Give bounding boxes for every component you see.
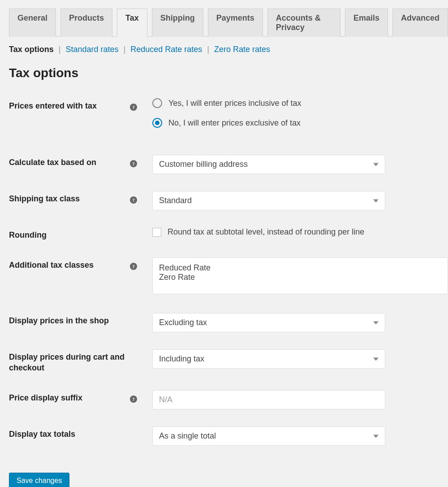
label-rounding: Rounding xyxy=(9,230,130,240)
tax-options-form: Prices entered with tax ? Yes, I will en… xyxy=(9,98,448,446)
tab-accounts-privacy[interactable]: Accounts & Privacy xyxy=(267,9,340,37)
label-display-totals: Display tax totals xyxy=(9,429,130,439)
tab-shipping[interactable]: Shipping xyxy=(152,9,203,37)
select-display-totals[interactable]: As a single total xyxy=(152,426,385,446)
label-display-cart: Display prices during cart and checkout xyxy=(9,352,130,373)
label-shipping-tax-class: Shipping tax class xyxy=(9,194,130,204)
tab-general[interactable]: General xyxy=(9,9,56,37)
select-display-shop[interactable]: Excluding tax xyxy=(152,313,385,332)
tab-payments[interactable]: Payments xyxy=(208,9,263,37)
checkbox-label: Round tax at subtotal level, instead of … xyxy=(168,227,364,237)
help-icon[interactable]: ? xyxy=(130,396,137,403)
chevron-down-icon xyxy=(373,199,379,202)
row-price-suffix: Price display suffix ? xyxy=(9,390,448,409)
radio-prices-inclusive[interactable]: Yes, I will enter prices inclusive of ta… xyxy=(152,98,448,108)
row-shipping-tax-class: Shipping tax class ? Standard xyxy=(9,191,448,210)
select-shipping-tax-class[interactable]: Standard xyxy=(152,191,385,210)
label-prices-with-tax: Prices entered with tax xyxy=(9,101,130,111)
chevron-down-icon xyxy=(373,357,379,361)
row-prices-with-tax: Prices entered with tax ? Yes, I will en… xyxy=(9,98,448,138)
checkbox-rounding[interactable]: Round tax at subtotal level, instead of … xyxy=(152,227,448,237)
chevron-down-icon xyxy=(373,435,379,438)
help-icon[interactable]: ? xyxy=(130,160,137,167)
radio-icon xyxy=(152,118,162,128)
row-display-cart: Display prices during cart and checkout … xyxy=(9,349,448,373)
radio-label: No, I will enter prices exclusive of tax xyxy=(168,118,301,128)
chevron-down-icon xyxy=(373,163,379,166)
radio-prices-exclusive[interactable]: No, I will enter prices exclusive of tax xyxy=(152,118,448,128)
help-icon[interactable]: ? xyxy=(130,263,137,270)
row-calc-based-on: Calculate tax based on ? Customer billin… xyxy=(9,155,448,174)
save-button[interactable]: Save changes xyxy=(9,473,69,487)
checkbox-icon xyxy=(152,228,161,237)
tab-advanced[interactable]: Advanced xyxy=(392,9,448,37)
select-value: Including tax xyxy=(159,354,204,363)
tab-tax[interactable]: Tax xyxy=(117,9,147,37)
subnav-separator: | xyxy=(59,45,61,54)
select-display-cart[interactable]: Including tax xyxy=(152,349,385,369)
settings-tabs: General Products Tax Shipping Payments A… xyxy=(9,8,448,37)
label-calc-based-on: Calculate tax based on xyxy=(9,157,130,168)
subnav-separator: | xyxy=(207,45,209,54)
label-display-shop: Display prices in the shop xyxy=(9,316,130,326)
subnav-separator: | xyxy=(123,45,125,54)
row-display-shop: Display prices in the shop Excluding tax xyxy=(9,313,448,332)
row-rounding: Rounding Round tax at subtotal level, in… xyxy=(9,227,448,240)
select-value: Customer billing address xyxy=(159,160,248,169)
help-icon[interactable]: ? xyxy=(130,196,137,204)
tab-products[interactable]: Products xyxy=(60,9,112,37)
select-value: Excluding tax xyxy=(159,318,207,327)
subnav-reduced-rate-rates[interactable]: Reduced Rate rates xyxy=(130,45,202,54)
radio-icon xyxy=(152,98,162,108)
row-additional-classes: Additional tax classes ? xyxy=(9,257,448,296)
label-price-suffix: Price display suffix xyxy=(9,393,130,403)
label-additional-classes: Additional tax classes xyxy=(9,260,130,270)
input-price-suffix[interactable] xyxy=(152,390,385,409)
subnav-current: Tax options xyxy=(9,45,54,54)
subnav-standard-rates[interactable]: Standard rates xyxy=(65,45,118,54)
select-value: Standard xyxy=(159,196,192,205)
subnav-zero-rate-rates[interactable]: Zero Rate rates xyxy=(214,45,270,54)
radio-label: Yes, I will enter prices inclusive of ta… xyxy=(168,99,301,108)
page-title: Tax options xyxy=(9,66,448,80)
tab-emails[interactable]: Emails xyxy=(345,9,388,37)
select-calc-based-on[interactable]: Customer billing address xyxy=(152,155,385,174)
select-value: As a single total xyxy=(159,431,216,440)
help-icon[interactable]: ? xyxy=(130,104,137,111)
tax-subnav: Tax options | Standard rates | Reduced R… xyxy=(9,45,448,54)
textarea-additional-classes[interactable] xyxy=(152,257,448,294)
chevron-down-icon xyxy=(373,321,379,324)
row-display-totals: Display tax totals As a single total xyxy=(9,426,448,446)
